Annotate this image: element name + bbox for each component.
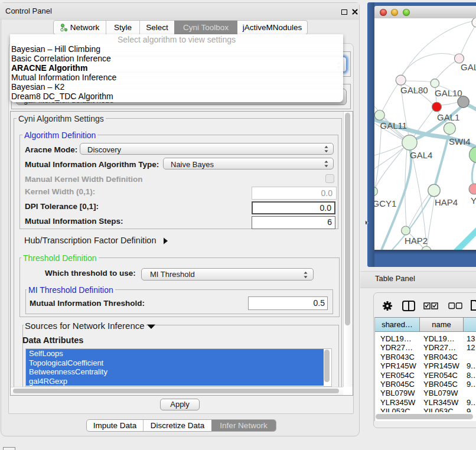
svg-text:GAL11: GAL11: [380, 120, 407, 131]
svg-text:HAP2: HAP2: [405, 236, 428, 246]
svg-text:SWI4: SWI4: [449, 136, 471, 146]
svg-text:Y: Y: [471, 195, 476, 206]
svg-text:HAP4: HAP4: [435, 197, 458, 207]
svg-text:GAL7: GAL7: [461, 62, 476, 72]
svg-text:GAL4: GAL4: [410, 150, 432, 160]
svg-text:GCY1: GCY1: [374, 198, 396, 208]
svg-text:GAL80: GAL80: [400, 85, 428, 95]
svg-text:GAL10: GAL10: [435, 88, 462, 98]
svg-text:GAL1: GAL1: [437, 112, 459, 122]
